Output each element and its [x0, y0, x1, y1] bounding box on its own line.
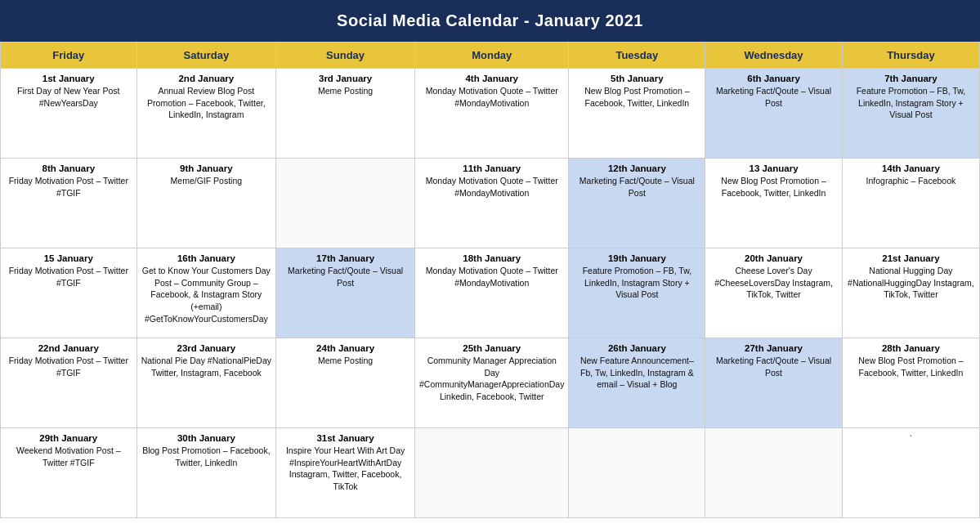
- calendar-cell: 19th JanuaryFeature Promotion – FB, Tw, …: [569, 248, 705, 338]
- cell-date: 11th January: [419, 163, 564, 173]
- cell-date: 5th January: [573, 74, 700, 83]
- cell-content: Get to Know Your Customers Day Post – Co…: [141, 265, 272, 324]
- cell-content: Feature Promotion – FB, Tw, LinkedIn, In…: [573, 265, 700, 301]
- cell-content: Annual Review Blog Post Promotion – Face…: [141, 85, 272, 121]
- header-title: Social Media Calendar - January 2021: [337, 11, 643, 29]
- calendar-cell: 31st JanuaryInspire Your Heart With Art …: [276, 428, 415, 518]
- cell-date: 29th January: [5, 433, 132, 443]
- cell-date: 26th January: [573, 343, 700, 353]
- cell-date: 6th January: [709, 74, 838, 83]
- cell-content: Meme Posting: [280, 355, 410, 367]
- cell-date: 27th January: [709, 343, 838, 353]
- cell-date: 2nd January: [141, 74, 272, 83]
- calendar-cell: 23rd JanuaryNational Pie Day #NationalPi…: [136, 338, 276, 428]
- cell-content: First Day of New Year Post #NewYearsDay: [5, 85, 132, 109]
- cell-date: 30th January: [141, 433, 272, 443]
- calendar-cell: 14th JanuaryInfographic – Facebook: [842, 159, 979, 248]
- cell-date: 3rd January: [280, 74, 410, 83]
- cell-content: Marketing Fact/Qoute – Visual Post: [573, 175, 700, 199]
- cell-content: Friday Motivation Post – Twitter #TGIF: [5, 265, 132, 289]
- calendar-cell: 13 JanuaryNew Blog Post Promotion – Face…: [705, 159, 843, 248]
- column-header-wednesday: Wednesday: [705, 43, 843, 69]
- cell-content: Friday Motivation Post – Twitter #TGIF: [5, 175, 132, 199]
- cell-date: 25th January: [419, 343, 564, 353]
- cell-content: Meme Posting: [280, 85, 410, 97]
- cell-date: 24th January: [280, 343, 410, 353]
- calendar-cell: 18th JanuaryMonday Motivation Quote – Tw…: [415, 248, 569, 338]
- cell-date: 19th January: [573, 253, 700, 263]
- calendar-cell: 11th JanuaryMonday Motivation Quote – Tw…: [415, 159, 569, 248]
- week-row-5: 29th JanuaryWeekend Motivation Post – Tw…: [1, 428, 980, 518]
- cell-content: Marketing Fact/Qoute – Visual Post: [280, 265, 410, 289]
- week-row-1: 1st JanuaryFirst Day of New Year Post #N…: [1, 69, 980, 159]
- column-header-thursday: Thursday: [842, 43, 979, 69]
- calendar-cell: [276, 159, 415, 248]
- calendar-cell: 3rd JanuaryMeme Posting: [276, 69, 415, 159]
- column-header-saturday: Saturday: [136, 43, 276, 69]
- cell-date: 20th January: [709, 253, 838, 263]
- calendar-cell: 22nd JanuaryFriday Motivation Post – Twi…: [1, 338, 137, 428]
- cell-content: Monday Motivation Quote – Twitter #Monda…: [419, 175, 564, 199]
- cell-content: New Blog Post Promotion – Facebook, Twit…: [847, 355, 975, 378]
- calendar-cell: 27th JanuaryMarketing Fact/Qoute – Visua…: [705, 338, 843, 428]
- calendar-cell: 7th JanuaryFeature Promotion – FB, Tw, L…: [842, 69, 979, 159]
- calendar-cell: 17th JanuaryMarketing Fact/Qoute – Visua…: [276, 248, 415, 338]
- cell-content: New Blog Post Promotion – Facebook, Twit…: [709, 175, 838, 199]
- cell-content: Blog Post Promotion – Facebook, Twitter,…: [141, 445, 272, 468]
- cell-content: National Pie Day #NationalPieDay Twitter…: [141, 355, 272, 378]
- calendar-header: Social Media Calendar - January 2021: [0, 0, 980, 42]
- cell-content: New Blog Post Promotion – Facebook, Twit…: [573, 85, 700, 109]
- cell-content: Monday Motivation Quote – Twitter #Monda…: [419, 85, 564, 109]
- cell-date: 18th January: [419, 253, 564, 263]
- cell-content: Community Manager Appreciation Day #Comm…: [419, 355, 564, 403]
- column-header-monday: Monday: [415, 43, 569, 69]
- calendar-cell: `: [842, 428, 979, 518]
- column-headers-row: FridaySaturdaySundayMondayTuesdayWednesd…: [1, 43, 980, 69]
- week-row-2: 8th JanuaryFriday Motivation Post – Twit…: [1, 159, 980, 248]
- cell-date: 23rd January: [141, 343, 272, 353]
- calendar-cell: 26th JanuaryNew Feature Announcement– Fb…: [569, 338, 705, 428]
- calendar-cell: 20th JanuaryCheese Lover's Day #CheeseLo…: [705, 248, 843, 338]
- cell-date: 4th January: [419, 74, 564, 83]
- cell-content: Friday Motivation Post – Twitter #TGIF: [5, 355, 132, 378]
- cell-content: Marketing Fact/Qoute – Visual Post: [709, 85, 838, 109]
- calendar-cell: [569, 428, 705, 518]
- cell-date: 1st January: [5, 74, 132, 83]
- cell-content: Inspire Your Heart With Art Day #Inspire…: [280, 445, 410, 493]
- cell-date: 13 January: [709, 163, 838, 173]
- cell-content: New Feature Announcement– Fb, Tw, Linked…: [573, 355, 700, 391]
- calendar-cell: 15 JanuaryFriday Motivation Post – Twitt…: [1, 248, 137, 338]
- column-header-sunday: Sunday: [276, 43, 415, 69]
- cell-date: 7th January: [847, 74, 975, 83]
- cell-date: 28th January: [847, 343, 975, 353]
- calendar-cell: 4th JanuaryMonday Motivation Quote – Twi…: [415, 69, 569, 159]
- cell-content: Monday Motivation Quote – Twitter #Monda…: [419, 265, 564, 289]
- cell-date: 15 January: [5, 253, 132, 263]
- calendar-cell: 6th JanuaryMarketing Fact/Qoute – Visual…: [705, 69, 843, 159]
- calendar-cell: 12th JanuaryMarketing Fact/Qoute – Visua…: [569, 159, 705, 248]
- calendar-cell: [415, 428, 569, 518]
- calendar-cell: 9th JanuaryMeme/GIF Posting: [136, 159, 276, 248]
- cell-date: 8th January: [5, 163, 132, 173]
- cell-date: 17th January: [280, 253, 410, 263]
- calendar-cell: 8th JanuaryFriday Motivation Post – Twit…: [1, 159, 137, 248]
- cell-content: Meme/GIF Posting: [141, 175, 272, 187]
- calendar-cell: 28th JanuaryNew Blog Post Promotion – Fa…: [842, 338, 979, 428]
- calendar-cell: 25th JanuaryCommunity Manager Appreciati…: [415, 338, 569, 428]
- cell-date: 9th January: [141, 163, 272, 173]
- cell-content: `: [847, 433, 975, 445]
- cell-content: Infographic – Facebook: [847, 175, 975, 187]
- cell-date: 14th January: [847, 163, 975, 173]
- week-row-4: 22nd JanuaryFriday Motivation Post – Twi…: [1, 338, 980, 428]
- calendar-cell: 24th JanuaryMeme Posting: [276, 338, 415, 428]
- calendar-cell: 21st JanuaryNational Hugging Day #Nation…: [842, 248, 979, 338]
- week-row-3: 15 JanuaryFriday Motivation Post – Twitt…: [1, 248, 980, 338]
- cell-date: 31st January: [280, 433, 410, 443]
- calendar-cell: 29th JanuaryWeekend Motivation Post – Tw…: [1, 428, 137, 518]
- cell-date: 12th January: [573, 163, 700, 173]
- cell-date: 21st January: [847, 253, 975, 263]
- cell-date: 16th January: [141, 253, 272, 263]
- calendar-cell: 30th JanuaryBlog Post Promotion – Facebo…: [136, 428, 276, 518]
- column-header-tuesday: Tuesday: [569, 43, 705, 69]
- cell-date: 22nd January: [5, 343, 132, 353]
